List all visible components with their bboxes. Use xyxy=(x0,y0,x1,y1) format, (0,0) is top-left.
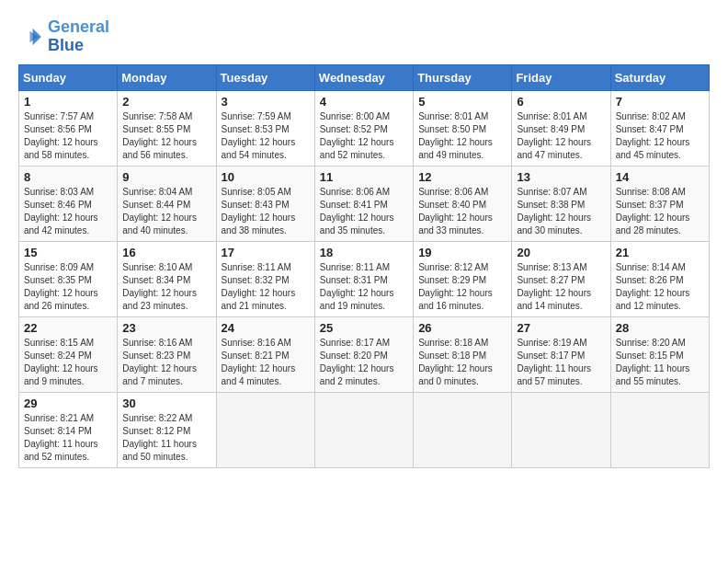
day-info: Sunrise: 8:14 AMSunset: 8:26 PMDaylight:… xyxy=(616,261,704,313)
day-number: 17 xyxy=(222,246,310,259)
calendar-cell: 30Sunrise: 8:22 AMSunset: 8:12 PMDayligh… xyxy=(118,392,216,467)
calendar-cell xyxy=(610,392,709,467)
day-number: 12 xyxy=(418,170,506,184)
day-info: Sunrise: 8:13 AMSunset: 8:27 PMDaylight:… xyxy=(517,261,605,313)
day-info: Sunrise: 8:09 AMSunset: 8:35 PMDaylight:… xyxy=(24,261,112,313)
day-number: 7 xyxy=(616,95,704,109)
calendar-cell: 14Sunrise: 8:08 AMSunset: 8:37 PMDayligh… xyxy=(610,166,709,241)
day-info: Sunrise: 7:59 AMSunset: 8:53 PMDaylight:… xyxy=(222,110,310,162)
day-number: 27 xyxy=(517,321,605,335)
header-sunday: Sunday xyxy=(19,64,118,90)
calendar-cell: 20Sunrise: 8:13 AMSunset: 8:27 PMDayligh… xyxy=(512,241,610,316)
day-info: Sunrise: 8:22 AMSunset: 8:12 PMDaylight:… xyxy=(122,412,210,464)
day-number: 30 xyxy=(122,396,210,410)
calendar-cell: 23Sunrise: 8:16 AMSunset: 8:23 PMDayligh… xyxy=(118,316,216,392)
calendar-cell: 24Sunrise: 8:16 AMSunset: 8:21 PMDayligh… xyxy=(216,316,314,392)
calendar-header-row: SundayMondayTuesdayWednesdayThursdayFrid… xyxy=(19,64,710,90)
day-number: 26 xyxy=(418,321,506,335)
day-number: 3 xyxy=(222,95,310,109)
calendar-cell: 21Sunrise: 8:14 AMSunset: 8:26 PMDayligh… xyxy=(610,241,709,316)
day-info: Sunrise: 8:16 AMSunset: 8:23 PMDaylight:… xyxy=(122,337,210,388)
day-number: 10 xyxy=(222,170,310,184)
calendar-week-3: 15Sunrise: 8:09 AMSunset: 8:35 PMDayligh… xyxy=(19,241,710,316)
calendar-cell: 13Sunrise: 8:07 AMSunset: 8:38 PMDayligh… xyxy=(512,166,610,241)
calendar-cell: 10Sunrise: 8:05 AMSunset: 8:43 PMDayligh… xyxy=(216,166,314,241)
day-number: 9 xyxy=(122,170,210,184)
day-info: Sunrise: 8:00 AMSunset: 8:52 PMDaylight:… xyxy=(320,110,408,162)
page-header: General Blue xyxy=(18,18,710,55)
calendar-cell: 29Sunrise: 8:21 AMSunset: 8:14 PMDayligh… xyxy=(19,392,118,467)
day-info: Sunrise: 8:10 AMSunset: 8:34 PMDaylight:… xyxy=(122,261,210,313)
day-info: Sunrise: 8:21 AMSunset: 8:14 PMDaylight:… xyxy=(24,412,112,464)
day-number: 18 xyxy=(320,246,408,259)
logo-text: General Blue xyxy=(48,18,109,55)
day-number: 23 xyxy=(122,321,210,335)
day-number: 19 xyxy=(418,246,506,259)
header-tuesday: Tuesday xyxy=(216,64,314,90)
header-wednesday: Wednesday xyxy=(314,64,413,90)
day-info: Sunrise: 8:06 AMSunset: 8:41 PMDaylight:… xyxy=(320,186,408,237)
day-number: 2 xyxy=(122,95,210,109)
day-number: 16 xyxy=(122,246,210,259)
calendar-cell: 5Sunrise: 8:01 AMSunset: 8:50 PMDaylight… xyxy=(414,90,512,166)
calendar-week-1: 1Sunrise: 7:57 AMSunset: 8:56 PMDaylight… xyxy=(19,90,710,166)
calendar-cell: 28Sunrise: 8:20 AMSunset: 8:15 PMDayligh… xyxy=(610,316,709,392)
calendar-cell: 27Sunrise: 8:19 AMSunset: 8:17 PMDayligh… xyxy=(512,316,610,392)
day-info: Sunrise: 8:05 AMSunset: 8:43 PMDaylight:… xyxy=(222,186,310,237)
calendar-cell: 8Sunrise: 8:03 AMSunset: 8:46 PMDaylight… xyxy=(19,166,118,241)
calendar-cell: 26Sunrise: 8:18 AMSunset: 8:18 PMDayligh… xyxy=(414,316,512,392)
logo-icon xyxy=(18,24,44,50)
day-info: Sunrise: 8:03 AMSunset: 8:46 PMDaylight:… xyxy=(24,186,112,237)
calendar-week-4: 22Sunrise: 8:15 AMSunset: 8:24 PMDayligh… xyxy=(19,316,710,392)
day-number: 21 xyxy=(616,246,704,259)
calendar-cell: 11Sunrise: 8:06 AMSunset: 8:41 PMDayligh… xyxy=(314,166,413,241)
calendar-cell: 15Sunrise: 8:09 AMSunset: 8:35 PMDayligh… xyxy=(19,241,118,316)
day-info: Sunrise: 8:01 AMSunset: 8:50 PMDaylight:… xyxy=(418,110,506,162)
logo: General Blue xyxy=(18,18,109,55)
calendar-cell: 7Sunrise: 8:02 AMSunset: 8:47 PMDaylight… xyxy=(610,90,709,166)
day-info: Sunrise: 8:18 AMSunset: 8:18 PMDaylight:… xyxy=(418,337,506,388)
day-number: 4 xyxy=(320,95,408,109)
calendar-table: SundayMondayTuesdayWednesdayThursdayFrid… xyxy=(18,64,710,468)
calendar-cell xyxy=(216,392,314,467)
day-number: 8 xyxy=(24,170,112,184)
day-info: Sunrise: 7:58 AMSunset: 8:55 PMDaylight:… xyxy=(122,110,210,162)
day-number: 15 xyxy=(24,246,112,259)
calendar-cell: 9Sunrise: 8:04 AMSunset: 8:44 PMDaylight… xyxy=(118,166,216,241)
calendar-cell: 19Sunrise: 8:12 AMSunset: 8:29 PMDayligh… xyxy=(414,241,512,316)
day-info: Sunrise: 8:11 AMSunset: 8:32 PMDaylight:… xyxy=(222,261,310,313)
calendar-cell xyxy=(314,392,413,467)
calendar-cell: 4Sunrise: 8:00 AMSunset: 8:52 PMDaylight… xyxy=(314,90,413,166)
calendar-week-2: 8Sunrise: 8:03 AMSunset: 8:46 PMDaylight… xyxy=(19,166,710,241)
day-number: 28 xyxy=(616,321,704,335)
day-info: Sunrise: 8:11 AMSunset: 8:31 PMDaylight:… xyxy=(320,261,408,313)
day-info: Sunrise: 8:01 AMSunset: 8:49 PMDaylight:… xyxy=(517,110,605,162)
calendar-cell: 25Sunrise: 8:17 AMSunset: 8:20 PMDayligh… xyxy=(314,316,413,392)
calendar-cell xyxy=(512,392,610,467)
day-info: Sunrise: 8:06 AMSunset: 8:40 PMDaylight:… xyxy=(418,186,506,237)
day-number: 13 xyxy=(517,170,605,184)
calendar-body: 1Sunrise: 7:57 AMSunset: 8:56 PMDaylight… xyxy=(19,90,710,467)
day-number: 20 xyxy=(517,246,605,259)
day-info: Sunrise: 7:57 AMSunset: 8:56 PMDaylight:… xyxy=(24,110,112,162)
day-number: 24 xyxy=(222,321,310,335)
calendar-week-5: 29Sunrise: 8:21 AMSunset: 8:14 PMDayligh… xyxy=(19,392,710,467)
calendar-cell: 6Sunrise: 8:01 AMSunset: 8:49 PMDaylight… xyxy=(512,90,610,166)
day-info: Sunrise: 8:08 AMSunset: 8:37 PMDaylight:… xyxy=(616,186,704,237)
day-number: 5 xyxy=(418,95,506,109)
day-number: 11 xyxy=(320,170,408,184)
day-info: Sunrise: 8:07 AMSunset: 8:38 PMDaylight:… xyxy=(517,186,605,237)
header-friday: Friday xyxy=(512,64,610,90)
day-info: Sunrise: 8:15 AMSunset: 8:24 PMDaylight:… xyxy=(24,337,112,388)
calendar-cell: 12Sunrise: 8:06 AMSunset: 8:40 PMDayligh… xyxy=(414,166,512,241)
calendar-cell: 18Sunrise: 8:11 AMSunset: 8:31 PMDayligh… xyxy=(314,241,413,316)
calendar-cell: 16Sunrise: 8:10 AMSunset: 8:34 PMDayligh… xyxy=(118,241,216,316)
header-thursday: Thursday xyxy=(414,64,512,90)
day-number: 14 xyxy=(616,170,704,184)
day-info: Sunrise: 8:17 AMSunset: 8:20 PMDaylight:… xyxy=(320,337,408,388)
calendar-cell xyxy=(414,392,512,467)
day-info: Sunrise: 8:04 AMSunset: 8:44 PMDaylight:… xyxy=(122,186,210,237)
day-info: Sunrise: 8:19 AMSunset: 8:17 PMDaylight:… xyxy=(517,337,605,388)
day-number: 6 xyxy=(517,95,605,109)
calendar-cell: 1Sunrise: 7:57 AMSunset: 8:56 PMDaylight… xyxy=(19,90,118,166)
